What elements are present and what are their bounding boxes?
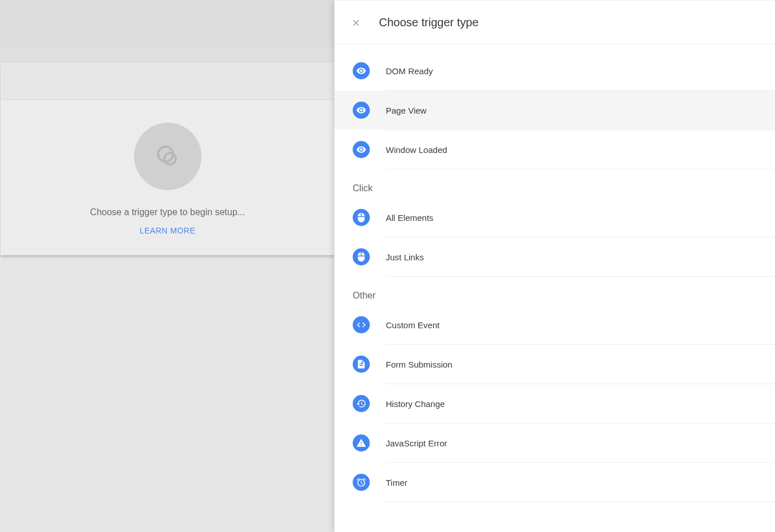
mouse-icon — [353, 248, 370, 265]
trigger-item-custom-event[interactable]: Custom Event — [334, 305, 775, 344]
trigger-label: JavaScript Error — [386, 438, 447, 448]
trigger-item-just-links[interactable]: Just Links — [334, 237, 775, 276]
trigger-item-form-submission[interactable]: Form Submission — [334, 345, 775, 384]
trigger-label: All Elements — [386, 213, 433, 223]
close-button[interactable] — [345, 11, 368, 34]
trigger-config-card: Choose a trigger type to begin setup... … — [1, 62, 334, 255]
trigger-label: Window Loaded — [386, 145, 447, 155]
trigger-label: History Change — [386, 399, 445, 409]
divider — [386, 502, 775, 502]
trigger-label: Custom Event — [386, 320, 439, 330]
history-icon — [353, 395, 370, 412]
eye-icon — [353, 102, 370, 119]
trigger-item-javascript-error[interactable]: JavaScript Error — [334, 424, 775, 462]
trigger-label: Form Submission — [386, 360, 453, 369]
eye-icon — [353, 141, 370, 158]
card-body: Choose a trigger type to begin setup... … — [1, 100, 334, 235]
trigger-label: Timer — [386, 478, 407, 487]
panel-title: Choose trigger type — [379, 16, 479, 29]
trigger-item-dom-ready[interactable]: DOM Ready — [334, 51, 775, 90]
trigger-item-all-elements[interactable]: All Elements — [334, 198, 775, 237]
section-header-other: Other — [334, 277, 775, 305]
choose-trigger-panel: Choose trigger type DOM ReadyPage ViewWi… — [334, 0, 775, 532]
trigger-item-window-loaded[interactable]: Window Loaded — [334, 130, 775, 169]
trigger-item-history-change[interactable]: History Change — [334, 384, 775, 423]
section-header-click: Click — [334, 170, 775, 198]
placeholder-text: Choose a trigger type to begin setup... — [90, 207, 245, 217]
close-icon — [351, 18, 361, 28]
trigger-label: Just Links — [386, 252, 424, 262]
trigger-label: DOM Ready — [386, 66, 433, 76]
trigger-item-page-view[interactable]: Page View — [334, 91, 775, 130]
trigger-label: Page View — [386, 106, 426, 115]
panel-body: DOM ReadyPage ViewWindow LoadedClickAll … — [334, 45, 775, 502]
panel-header: Choose trigger type — [334, 1, 775, 45]
error-icon — [353, 434, 370, 452]
code-icon — [353, 316, 370, 333]
eye-icon — [353, 62, 370, 79]
placeholder-icon — [134, 123, 201, 190]
trigger-item-timer[interactable]: Timer — [334, 463, 775, 502]
timer-icon — [353, 474, 370, 491]
circles-icon — [154, 143, 181, 170]
learn-more-link[interactable]: LEARN MORE — [140, 226, 196, 235]
form-icon — [353, 356, 370, 373]
mouse-icon — [353, 209, 370, 226]
card-header-strip — [1, 62, 334, 100]
